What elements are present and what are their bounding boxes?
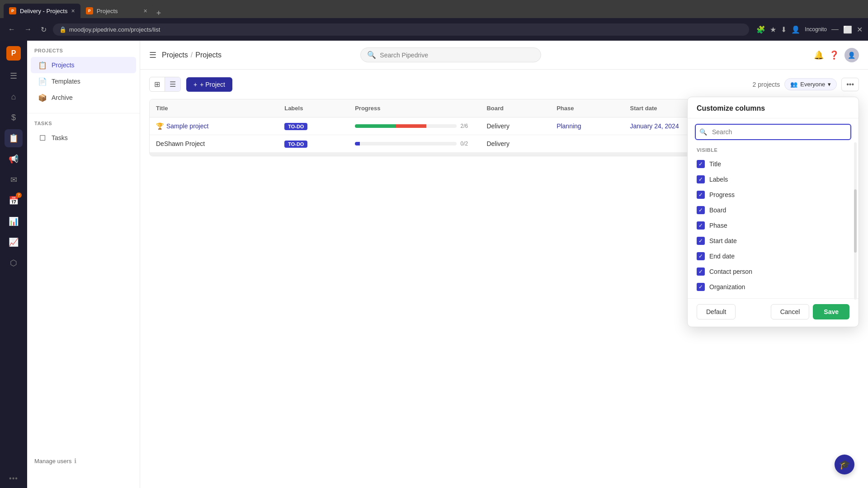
checkbox-phase[interactable]: ✓ [697, 221, 705, 230]
forward-button[interactable]: → [22, 23, 34, 35]
row1-progress-bar: 2/6 [355, 123, 474, 129]
checkbox-contact-person[interactable]: ✓ [697, 267, 705, 276]
bookmark-button[interactable]: ★ [770, 25, 776, 34]
label-phase: Phase [709, 222, 727, 229]
chat-bubble-button[interactable]: 🎓 [835, 455, 854, 474]
user-avatar[interactable]: 👤 [844, 48, 859, 62]
tasks-badge: 7 [16, 192, 22, 198]
maximize-button[interactable]: ⬜ [843, 25, 852, 34]
profile-button[interactable]: 👤 [791, 25, 800, 34]
tab-favicon-1: P [9, 7, 16, 14]
minimize-button[interactable]: — [831, 25, 839, 33]
more-options-button[interactable]: ••• [841, 78, 859, 91]
row2-board: Delivery [480, 135, 550, 153]
checkbox-labels[interactable]: ✓ [697, 175, 705, 183]
row2-progress-blue [355, 142, 360, 145]
checkbox-organization[interactable]: ✓ [697, 283, 705, 291]
rail-chart-button[interactable]: 📈 [5, 233, 23, 251]
notifications-button[interactable]: 🔔 [814, 50, 824, 60]
breadcrumb-parent[interactable]: Projects [162, 51, 188, 59]
label-end-date: End date [709, 253, 735, 260]
chat-icon: 🎓 [839, 459, 850, 470]
new-tab-button[interactable]: + [153, 9, 165, 18]
row2-label-badge: TO-DO [284, 141, 307, 148]
rail-analytics-button[interactable]: 📊 [5, 212, 23, 230]
content-toolbar: ⊞ ☰ + + Project 2 projects 👥 Everyone ▾ … [149, 77, 859, 92]
row1-progress-green [355, 124, 396, 128]
rail-cube-button[interactable]: ⬡ [5, 254, 23, 272]
kanban-view-button[interactable]: ⊞ [150, 77, 165, 91]
help-button[interactable]: ❓ [829, 50, 839, 60]
rail-more-button[interactable]: ••• [9, 474, 18, 483]
sidebar-item-tasks[interactable]: ☐ Tasks [31, 130, 136, 146]
global-search-input[interactable] [380, 52, 534, 59]
tab-delivery-projects[interactable]: P Delivery - Projects × [4, 4, 80, 18]
row1-phase-link[interactable]: Planning [557, 122, 581, 130]
rail-tasks-button[interactable]: 📅 7 [5, 192, 23, 210]
extensions-button[interactable]: 🧩 [756, 25, 765, 34]
panel-item-title: ✓ Title [695, 156, 851, 172]
reload-button[interactable]: ↻ [38, 23, 49, 36]
label-progress: Progress [709, 191, 735, 198]
deshawn-project-link[interactable]: DeShawn Project [156, 140, 272, 147]
panel-item-contact-person: ✓ Contact person [695, 264, 851, 279]
checkbox-start-date[interactable]: ✓ [697, 237, 705, 245]
panel-footer: Default Cancel Save [688, 298, 859, 319]
panel-search-input[interactable] [695, 124, 851, 140]
breadcrumb-separator: / [191, 51, 193, 59]
panel-items-list: ✓ Title ✓ Labels ✓ Progress ✓ Board [688, 156, 859, 295]
checkbox-board[interactable]: ✓ [697, 206, 705, 214]
url-bar[interactable]: 🔒 moodjoy.pipedrive.com/projects/list [53, 23, 749, 36]
rail-inbox-button[interactable]: ✉ [5, 171, 23, 189]
add-project-button[interactable]: + + Project [186, 77, 232, 92]
back-button[interactable]: ← [5, 23, 18, 35]
global-search-bar[interactable]: 🔍 [360, 47, 541, 62]
checkbox-end-date[interactable]: ✓ [697, 252, 705, 260]
panel-item-start-date: ✓ Start date [695, 233, 851, 249]
checkbox-progress[interactable]: ✓ [697, 191, 705, 199]
sidebar-item-archive[interactable]: 📦 Archive [31, 89, 136, 106]
everyone-filter-button[interactable]: 👥 Everyone ▾ [784, 78, 837, 90]
deshawn-project-title: DeShawn Project [156, 140, 205, 147]
rail-projects-button[interactable]: 📋 [5, 129, 23, 147]
col-progress: Progress [349, 99, 480, 117]
save-button[interactable]: Save [813, 304, 849, 319]
default-button[interactable]: Default [697, 304, 736, 319]
rail-menu-button[interactable]: ☰ [5, 67, 23, 85]
row1-label: TO-DO [278, 117, 349, 135]
tab-close-2[interactable]: × [143, 7, 147, 14]
rail-megaphone-button[interactable]: 📢 [5, 150, 23, 168]
row1-start-date[interactable]: January 24, 2024 [630, 122, 679, 130]
row2-progress: 0/2 [349, 135, 480, 153]
projects-icon: 📋 [38, 61, 47, 70]
templates-icon: 📄 [38, 77, 47, 86]
rail-deals-button[interactable]: $ [5, 108, 23, 127]
manage-users-link[interactable]: Manage users ℹ [27, 450, 84, 472]
tab-close-1[interactable]: × [71, 7, 75, 14]
panel-scrollbar-thumb[interactable] [854, 189, 857, 252]
sample-project-link[interactable]: 🏆 Sample project [156, 122, 272, 130]
label-start-date: Start date [709, 237, 737, 244]
sidebar-item-projects[interactable]: 📋 Projects [31, 57, 136, 73]
tab-favicon-2: P [86, 7, 93, 14]
row1-label-badge: TO-DO [284, 123, 307, 130]
cancel-button[interactable]: Cancel [771, 304, 810, 319]
tab-title-2: Projects [97, 8, 118, 14]
row1-progress-red [396, 124, 426, 128]
tab-projects[interactable]: P Projects × [80, 4, 153, 18]
row1-phase: Planning [550, 117, 623, 135]
list-view-button[interactable]: ☰ [165, 77, 180, 91]
label-labels: Labels [709, 176, 728, 183]
sidebar-toggle-button[interactable]: ☰ [149, 50, 156, 60]
sidebar-item-templates[interactable]: 📄 Templates [31, 73, 136, 89]
col-phase: Phase [550, 99, 623, 117]
app-logo[interactable]: P [6, 46, 21, 61]
add-project-icon: + [193, 81, 197, 88]
close-window-button[interactable]: ✕ [857, 25, 863, 34]
download-button[interactable]: ⬇ [781, 25, 787, 34]
label-contact-person: Contact person [709, 268, 752, 275]
rail-home-button[interactable]: ⌂ [5, 88, 23, 106]
checkbox-title[interactable]: ✓ [697, 160, 705, 168]
tasks-section-title: TASKS [27, 121, 140, 130]
breadcrumb-current: Projects [195, 51, 222, 59]
